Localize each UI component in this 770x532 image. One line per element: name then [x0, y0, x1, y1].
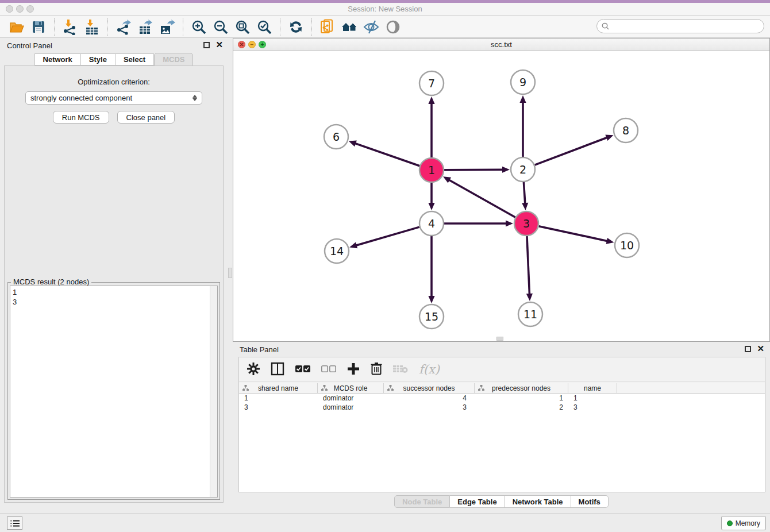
tab-edge-table[interactable]: Edge Table — [450, 495, 505, 508]
layout-refresh-icon[interactable] — [286, 18, 306, 36]
table-close-panel-icon[interactable]: ✕ — [757, 344, 764, 353]
table-cell[interactable]: 1 — [475, 394, 568, 402]
table-cell[interactable]: 3 — [568, 403, 617, 411]
graph-edge-4-3[interactable] — [444, 220, 513, 226]
graph-edge-1-2[interactable] — [444, 167, 510, 173]
table-cell[interactable]: 3 — [239, 403, 318, 411]
graph-node-9[interactable]: 9 — [511, 70, 535, 94]
run-mcds-button[interactable]: Run MCDS — [53, 111, 109, 124]
window-titlebar: Session: New Session — [0, 0, 770, 16]
zoom-selected-icon[interactable] — [255, 18, 274, 36]
table-cell[interactable]: 1 — [568, 394, 617, 402]
network-window-titlebar[interactable]: ✕ − + scc.txt — [233, 38, 769, 51]
table-toolbar: f(x) — [239, 357, 765, 382]
tab-select[interactable]: Select — [116, 53, 154, 65]
column-header-successor-nodes[interactable]: successor nodes — [384, 383, 475, 393]
table-tabs: Node Table Edge Table Network Table Moti… — [233, 495, 770, 508]
graph-edge-4-15[interactable] — [428, 236, 434, 303]
control-panel-tabs: Network Style Select MCDS — [0, 53, 228, 65]
export-network-icon[interactable] — [114, 18, 133, 36]
svg-text:1: 1 — [428, 164, 435, 176]
control-panel-title: Control Panel — [7, 41, 52, 50]
svg-text:14: 14 — [330, 245, 344, 257]
search-input[interactable] — [612, 21, 764, 32]
hide-graphics-details-icon[interactable] — [361, 18, 381, 36]
table-rows: 1dominator4113dominator323 — [239, 394, 765, 412]
horizontal-scrollbar-thumb[interactable] — [496, 337, 503, 341]
delete-column-icon[interactable] — [371, 362, 382, 377]
graph-edge-2-8[interactable] — [535, 135, 614, 165]
unselect-all-columns-icon[interactable] — [321, 365, 336, 375]
graph-node-10[interactable]: 10 — [615, 233, 639, 257]
tab-node-table[interactable]: Node Table — [394, 495, 450, 508]
table-cell[interactable]: dominator — [318, 394, 384, 402]
float-panel-icon[interactable] — [203, 42, 210, 48]
graph-edge-3-10[interactable] — [538, 226, 614, 244]
panel-splitter-grip[interactable] — [228, 268, 232, 278]
tab-mcds[interactable]: MCDS — [154, 53, 193, 66]
tab-style[interactable]: Style — [81, 53, 116, 65]
create-column-icon[interactable] — [347, 363, 360, 377]
svg-text:11: 11 — [523, 308, 537, 321]
open-file-icon[interactable] — [7, 18, 26, 36]
graph-edge-1-7[interactable] — [428, 97, 434, 157]
graph-edge-4-14[interactable] — [349, 227, 419, 248]
table-cell[interactable]: 3 — [384, 403, 475, 411]
close-panel-button[interactable]: Close panel — [117, 111, 175, 124]
graph-node-2[interactable]: 2 — [511, 157, 535, 182]
task-history-button[interactable] — [7, 516, 22, 530]
column-header-mcds-role[interactable]: MCDS role — [318, 383, 384, 393]
graph-node-3[interactable]: 3 — [514, 211, 538, 236]
table-float-panel-icon[interactable] — [745, 346, 751, 352]
graph-node-6[interactable]: 6 — [324, 125, 348, 149]
new-network-icon[interactable] — [318, 18, 337, 36]
table-cell[interactable]: 1 — [239, 394, 318, 402]
memory-button[interactable]: Memory — [721, 516, 766, 530]
zoom-fit-icon[interactable] — [233, 18, 252, 36]
graph-edge-2-3[interactable] — [522, 182, 528, 210]
zoom-out-icon[interactable] — [211, 18, 230, 36]
column-header-name[interactable]: name — [568, 383, 617, 393]
column-header-shared-name[interactable]: shared name — [239, 383, 318, 393]
graph-edge-3-11[interactable] — [526, 236, 533, 301]
tab-network-table[interactable]: Network Table — [505, 495, 571, 508]
first-neighbors-icon[interactable] — [340, 18, 359, 36]
table-cell[interactable]: 4 — [384, 394, 475, 402]
export-table-icon[interactable] — [136, 18, 155, 36]
select-all-columns-icon[interactable] — [295, 365, 310, 375]
import-table-icon[interactable] — [82, 18, 102, 36]
show-graphics-details-icon[interactable] — [383, 18, 403, 36]
mcds-result-textarea[interactable]: 13 — [10, 286, 218, 498]
zoom-in-icon[interactable] — [189, 18, 209, 36]
graph-node-1[interactable]: 1 — [419, 158, 444, 182]
tab-motifs[interactable]: Motifs — [571, 495, 609, 508]
status-bar: Memory — [0, 513, 770, 532]
network-canvas[interactable]: 7968124314101511 — [233, 51, 769, 341]
network-window-title: scc.txt — [233, 40, 769, 49]
table-cell[interactable]: dominator — [318, 403, 384, 411]
graph-node-4[interactable]: 4 — [419, 211, 444, 236]
graph-edge-3-1[interactable] — [443, 176, 515, 217]
import-network-icon[interactable] — [60, 18, 80, 36]
graph-edge-1-6[interactable] — [349, 141, 420, 166]
table-settings-gear-icon[interactable] — [247, 363, 260, 377]
table-cell[interactable]: 2 — [475, 403, 568, 411]
show-columns-panel-icon[interactable] — [271, 362, 284, 377]
close-panel-icon[interactable]: ✕ — [215, 40, 223, 49]
graph-node-7[interactable]: 7 — [419, 71, 444, 95]
node-table: shared name MCDS role successor nodes pr… — [239, 383, 765, 412]
export-image-icon[interactable] — [157, 18, 177, 36]
save-session-icon[interactable] — [29, 18, 48, 36]
table-row[interactable]: 3dominator323 — [239, 403, 765, 412]
tab-network[interactable]: Network — [34, 53, 81, 65]
table-row[interactable]: 1dominator411 — [239, 394, 765, 403]
graph-node-14[interactable]: 14 — [325, 239, 349, 263]
graph-node-15[interactable]: 15 — [419, 304, 444, 329]
column-header-predecessor-nodes[interactable]: predecessor nodes — [475, 383, 568, 393]
result-scrollbar[interactable] — [210, 286, 217, 497]
graph-node-8[interactable]: 8 — [614, 118, 638, 142]
graph-node-11[interactable]: 11 — [518, 302, 542, 326]
criterion-dropdown[interactable]: strongly connected component — [25, 91, 202, 105]
graph-edge-1-4[interactable] — [428, 183, 434, 210]
graph-edge-2-9[interactable] — [519, 95, 526, 157]
